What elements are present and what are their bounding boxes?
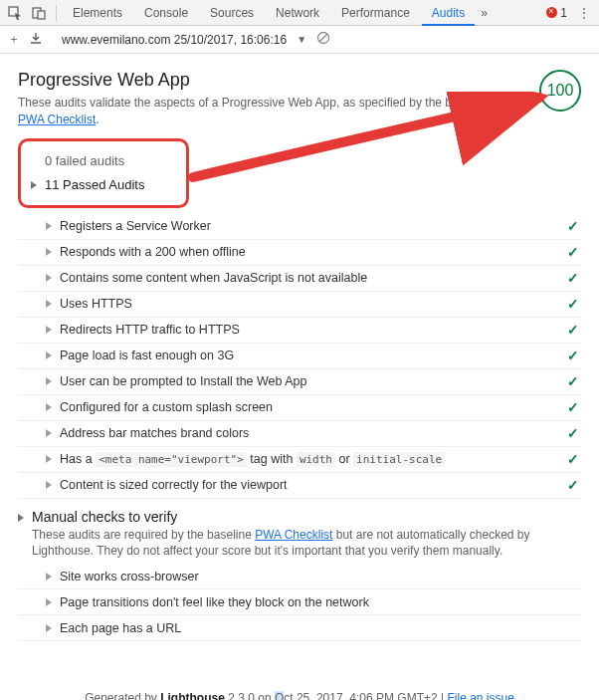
expand-icon	[46, 300, 52, 308]
audit-row[interactable]: Uses HTTPS✓	[18, 292, 581, 318]
audit-row[interactable]: Redirects HTTP traffic to HTTPS✓	[18, 318, 581, 344]
check-icon: ✓	[567, 322, 579, 338]
tab-network[interactable]: Network	[266, 0, 329, 26]
manual-checks-title: Manual checks to verify	[32, 509, 569, 525]
error-icon	[546, 7, 557, 18]
inspect-icon[interactable]	[4, 2, 26, 24]
new-audit-icon[interactable]: ＋	[8, 31, 20, 48]
passed-audits-label: 11 Passed Audits	[45, 177, 144, 192]
audit-row[interactable]: Page load is fast enough on 3G✓	[18, 344, 581, 369]
passed-audits-row[interactable]: 11 Passed Audits	[25, 173, 176, 197]
check-icon: ✓	[567, 425, 579, 441]
expand-icon	[46, 222, 52, 230]
score-gauge: 100	[539, 70, 581, 112]
svg-rect-2	[38, 11, 45, 19]
audit-row[interactable]: Each page has a URL	[18, 615, 581, 641]
check-icon: ✓	[567, 218, 579, 234]
expand-icon	[46, 248, 52, 256]
svg-line-4	[319, 34, 327, 42]
expand-icon	[46, 403, 52, 411]
audit-row[interactable]: User can be prompted to Install the Web …	[18, 369, 581, 395]
score-value: 100	[547, 82, 574, 100]
annotation-highlight-box: 0 failed audits 11 Passed Audits	[18, 138, 189, 208]
error-count: 1	[560, 6, 567, 20]
clear-icon[interactable]	[316, 31, 330, 48]
check-icon: ✓	[567, 270, 579, 286]
expand-icon	[46, 377, 52, 385]
expand-icon	[46, 274, 52, 282]
audit-row[interactable]: Address bar matches brand colors✓	[18, 421, 581, 447]
report-description: These audits validate the aspects of a P…	[18, 95, 505, 128]
failed-audits-row[interactable]: 0 failed audits	[25, 149, 176, 173]
expand-icon	[18, 514, 24, 522]
separator	[56, 5, 57, 21]
check-icon: ✓	[567, 244, 579, 260]
check-icon: ✓	[567, 296, 579, 312]
audit-row[interactable]: Content is sized correctly for the viewp…	[18, 473, 581, 499]
file-issue-link[interactable]: File an issue	[447, 691, 513, 700]
audits-toolbar: ＋ www.evemilano.com 25/10/2017, 16:06:16…	[0, 26, 599, 54]
kebab-menu-icon[interactable]: ⋮	[573, 2, 595, 24]
expand-icon	[46, 624, 52, 632]
pwa-checklist-link[interactable]: PWA Checklist	[255, 528, 332, 542]
audit-row[interactable]: Site works cross-browser	[18, 564, 581, 589]
expand-icon	[46, 481, 52, 489]
error-badge[interactable]: 1	[546, 6, 567, 20]
manual-checks-desc: These audits are required by the baselin…	[32, 527, 569, 561]
tab-performance[interactable]: Performance	[331, 0, 420, 26]
tabs-overflow[interactable]: »	[477, 0, 492, 26]
check-icon: ✓	[567, 373, 579, 389]
audit-row[interactable]: Registers a Service Worker✓	[18, 214, 581, 240]
audit-report: Progressive Web App These audits validat…	[0, 54, 599, 700]
manual-checks-list: Site works cross-browser Page transition…	[18, 564, 581, 641]
manual-checks-header[interactable]: Manual checks to verify These audits are…	[18, 509, 581, 561]
audit-row[interactable]: Configured for a custom splash screen✓	[18, 395, 581, 421]
audit-url[interactable]: www.evemilano.com 25/10/2017, 16:06:16	[62, 33, 287, 47]
expand-icon	[46, 326, 52, 334]
tab-elements[interactable]: Elements	[63, 0, 132, 26]
devtools-tab-bar: Elements Console Sources Network Perform…	[0, 0, 599, 26]
check-icon: ✓	[567, 477, 579, 493]
expand-icon	[46, 429, 52, 437]
audit-row[interactable]: Responds with a 200 when offline✓	[18, 240, 581, 266]
expand-icon	[31, 181, 37, 189]
report-title: Progressive Web App	[18, 70, 539, 91]
tab-audits[interactable]: Audits	[422, 0, 475, 26]
tab-console[interactable]: Console	[134, 0, 198, 26]
audit-row[interactable]: Contains some content when JavaScript is…	[18, 266, 581, 292]
expand-icon	[46, 598, 52, 606]
expand-icon	[46, 455, 52, 463]
pwa-checklist-link[interactable]: PWA Checklist	[18, 113, 96, 126]
expand-icon	[46, 573, 52, 581]
check-icon: ✓	[567, 399, 579, 415]
check-icon: ✓	[567, 348, 579, 363]
tab-sources[interactable]: Sources	[200, 0, 264, 26]
dropdown-icon[interactable]: ▼	[297, 34, 306, 45]
passed-audits-list: Registers a Service Worker✓ Responds wit…	[18, 214, 581, 499]
device-toggle-icon[interactable]	[28, 2, 50, 24]
audit-row[interactable]: Has a <meta name="viewport"> tag with wi…	[18, 447, 581, 473]
download-icon[interactable]	[30, 32, 42, 47]
failed-audits-label: 0 failed audits	[45, 153, 124, 168]
expand-icon	[46, 351, 52, 359]
check-icon: ✓	[567, 451, 579, 467]
audit-row[interactable]: Page transitions don't feel like they bl…	[18, 589, 581, 615]
report-footer: Generated by Lighthouse 2.3.0 on Oct 25,…	[18, 691, 581, 700]
